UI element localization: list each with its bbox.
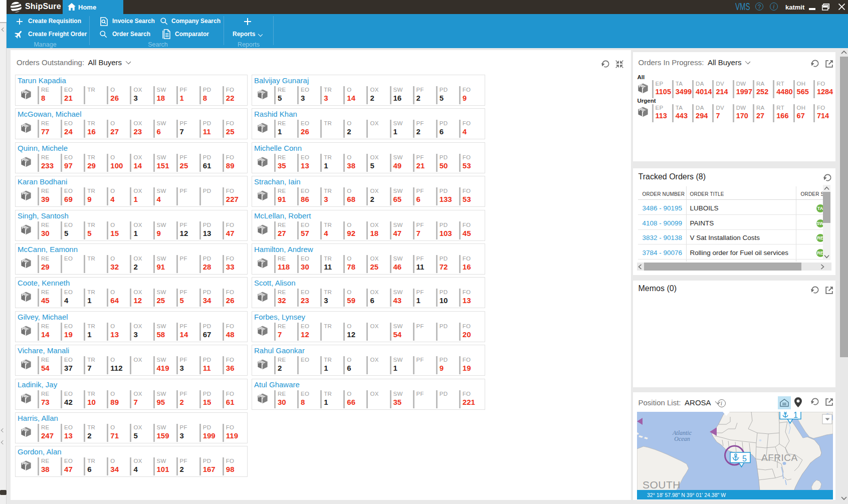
svg-text:SOUTH: SOUTH: [643, 479, 681, 490]
svg-text:32° 18' 57.98" N 39° 01' 24.38: 32° 18' 57.98" N 39° 01' 24.38" W: [647, 492, 726, 498]
svg-text:Ocean: Ocean: [674, 435, 690, 442]
svg-text:1: 1: [793, 412, 798, 419]
svg-text:5: 5: [742, 454, 747, 463]
svg-text:AFRICA: AFRICA: [761, 452, 798, 463]
